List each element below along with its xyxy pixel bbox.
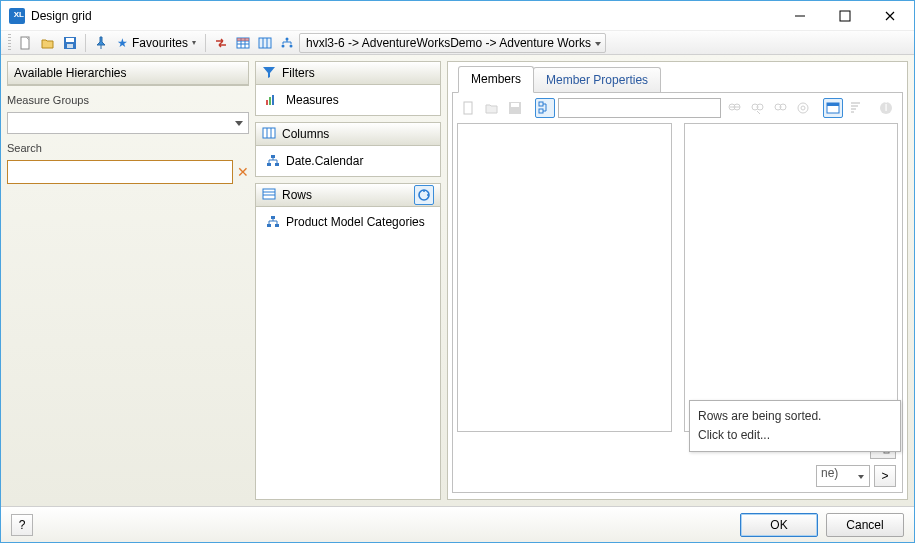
star-icon: ★ [117,36,128,50]
columns-panel-header: Columns [255,122,441,146]
list-item[interactable]: Product Model Categories [266,215,430,229]
members-bottom-row: Rows are being sorted. Click to edit... [457,436,898,460]
list-item-label: Product Model Categories [286,215,425,229]
measure-groups-label: Measure Groups [7,94,249,106]
svg-rect-15 [263,189,275,199]
members-tree-pane[interactable] [457,123,672,432]
search-label: Search [7,142,249,154]
right-column: Members Member Properties [447,61,908,500]
info-icon[interactable]: i [876,98,896,118]
members-dropdown-input[interactable] [558,98,721,118]
hierarchies-panel: Available Hierarchies Measures+Account+C… [7,61,249,86]
hierarchy-view-icon[interactable] [277,33,297,53]
filters-panel-header: Filters [255,61,441,85]
svg-rect-12 [271,155,275,158]
panel-title: Columns [282,127,329,141]
find-all-icon[interactable] [770,98,790,118]
open-icon[interactable] [38,33,58,53]
filters-panel: Filters Measures [255,61,441,116]
rows-panel: Rows Product Model Categories [255,183,441,500]
title-bar: Design grid [1,1,914,31]
svg-point-9 [282,44,285,47]
measures-icon [266,95,280,105]
svg-rect-6 [237,38,249,41]
save-icon[interactable] [60,33,80,53]
panel-title: Filters [282,66,315,80]
find-icon[interactable] [724,98,744,118]
dialog-footer: ? OK Cancel [1,506,914,542]
vertical-splitter[interactable] [676,123,680,432]
columns-panel: Columns Date.Calendar [255,122,441,177]
window-minimize-button[interactable] [777,1,822,31]
svg-point-32 [801,106,805,110]
svg-rect-17 [271,216,275,219]
svg-rect-24 [539,109,543,113]
columns-panel-body[interactable]: Date.Calendar [255,146,441,177]
pin-icon[interactable] [91,33,111,53]
clear-search-icon[interactable]: ✕ [237,164,249,180]
filter-icon [262,65,276,82]
main-toolbar: ★ Favourites ▾ hvxl3-6 -> AdventureWorks… [1,31,914,55]
svg-rect-22 [511,103,519,107]
breadcrumb-text: hvxl3-6 -> AdventureWorksDemo -> Adventu… [306,36,591,50]
target-icon[interactable] [793,98,813,118]
members-toolbar: i [457,97,898,119]
rows-panel-header: Rows [255,183,441,207]
svg-rect-13 [267,163,271,166]
rows-panel-body[interactable]: Product Model Categories [255,207,441,500]
measure-groups-dropdown[interactable] [7,112,249,134]
svg-rect-14 [275,163,279,166]
list-item[interactable]: Measures [266,93,430,107]
columns-view-icon[interactable] [255,33,275,53]
favourites-dropdown[interactable]: ★ Favourites ▾ [113,33,200,53]
svg-rect-20 [464,102,472,114]
tab-members[interactable]: Members [458,66,534,93]
open-icon[interactable] [482,98,502,118]
svg-rect-11 [263,128,275,138]
breadcrumb-area: hvxl3-6 -> AdventureWorksDemo -> Adventu… [299,33,606,53]
go-button[interactable]: > [874,465,896,487]
panel-title: Available Hierarchies [14,66,127,80]
levels-icon[interactable] [846,98,866,118]
grid-view-icon[interactable] [233,33,253,53]
tab-member-properties[interactable]: Member Properties [533,67,661,93]
members-detail-pane[interactable] [684,123,899,432]
filters-panel-body[interactable]: Measures [255,85,441,116]
tree-mode-icon[interactable] [535,98,555,118]
search-input[interactable] [7,160,233,184]
new-icon[interactable] [459,98,479,118]
toolbar-grip [8,34,11,52]
calendar-icon[interactable] [823,98,843,118]
tooltip-line2: Click to edit... [698,426,892,445]
save-icon[interactable] [505,98,525,118]
swap-axes-icon[interactable] [211,33,231,53]
window-close-button[interactable] [867,1,912,31]
columns-icon [262,126,276,143]
tooltip-line1: Rows are being sorted. [698,407,892,426]
window-maximize-button[interactable] [822,1,867,31]
connection-breadcrumb-dropdown[interactable]: hvxl3-6 -> AdventureWorksDemo -> Adventu… [299,33,606,53]
hierarchies-panel-header: Available Hierarchies [7,61,249,85]
new-icon[interactable] [16,33,36,53]
app-icon [9,8,25,24]
window-title: Design grid [31,9,777,23]
panel-title: Rows [282,188,312,202]
list-item[interactable]: Date.Calendar [266,154,430,168]
hierarchy-icon [266,155,280,167]
rows-icon [262,187,276,204]
list-item-label: Measures [286,93,339,107]
svg-rect-34 [827,103,839,106]
left-column: Available Hierarchies Measures+Account+C… [7,61,249,500]
selection-value: ne) [821,466,838,480]
svg-rect-7 [259,38,271,48]
cancel-button[interactable]: Cancel [826,513,904,537]
body-area: Available Hierarchies Measures+Account+C… [1,55,914,506]
svg-text:i: i [885,101,888,114]
help-button[interactable]: ? [11,514,33,536]
ok-button[interactable]: OK [740,513,818,537]
selection-dropdown[interactable]: ne) [816,465,870,487]
svg-rect-23 [539,102,543,106]
hierarchies-tree-container: Measures+Account+Customer+Date+Delivery … [7,85,249,86]
rows-sort-indicator-button[interactable] [414,185,434,205]
find-next-icon[interactable] [747,98,767,118]
